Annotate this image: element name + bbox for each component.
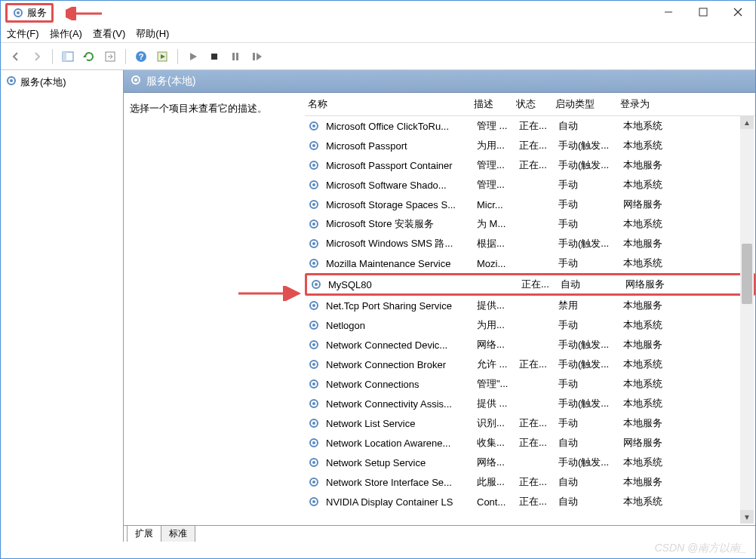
col-header-logon[interactable]: 登录为 — [617, 93, 678, 115]
service-name: MySQL80 — [325, 279, 476, 290]
service-name: Netlogon — [323, 320, 474, 331]
service-name: Microsoft Software Shado... — [323, 180, 474, 191]
service-startup: 手动 — [555, 377, 620, 391]
svg-point-31 — [312, 144, 315, 147]
service-row[interactable]: Microsoft Passport Container管理...正在...手动… — [305, 155, 755, 175]
service-logon: 本地系统 — [620, 139, 681, 152]
tab-extended[interactable]: 扩展 — [127, 525, 161, 542]
service-desc: 管理"... — [474, 377, 516, 391]
service-startup: 手动 — [555, 178, 620, 192]
svg-rect-20 — [253, 53, 255, 60]
service-row[interactable]: Microsoft Storage Spaces S...Micr...手动网络… — [305, 195, 755, 214]
svg-rect-18 — [232, 53, 235, 60]
toolbar-separator — [177, 49, 178, 64]
svg-text:?: ? — [139, 52, 144, 61]
service-row[interactable]: Microsoft Passport为用...正在...手动(触发...本地系统 — [305, 136, 755, 155]
menu-view[interactable]: 查看(V) — [93, 27, 125, 41]
refresh-button[interactable] — [80, 48, 98, 66]
service-status: 正在... — [518, 278, 558, 291]
service-row[interactable]: Network Location Awarene...收集...正在...自动网… — [305, 433, 755, 453]
service-row[interactable]: Network Connectivity Assis...提供 ...手动(触发… — [305, 394, 755, 413]
toolbar-separator — [125, 49, 126, 64]
menu-help[interactable]: 帮助(H) — [136, 27, 169, 41]
svg-point-1 — [17, 11, 20, 14]
col-header-name[interactable]: 名称 — [305, 93, 471, 115]
service-row[interactable]: Network Setup Service网络...手动(触发...本地系统 — [305, 453, 755, 472]
close-button[interactable] — [721, 1, 755, 23]
service-row[interactable]: Microsoft Store 安装服务为 M...手动本地系统 — [305, 214, 755, 234]
service-logon: 本地系统 — [620, 318, 681, 332]
tree-root-label: 服务(本地) — [20, 75, 66, 89]
scroll-down-button[interactable]: ▼ — [740, 510, 754, 524]
properties-button[interactable] — [153, 48, 171, 66]
service-startup: 自动 — [558, 278, 622, 291]
menu-file[interactable]: 文件(F) — [7, 27, 39, 41]
toolbar-separator — [52, 49, 53, 64]
export-button[interactable] — [101, 48, 119, 66]
svg-point-63 — [312, 461, 315, 464]
service-desc: 允许 ... — [474, 358, 516, 371]
service-row[interactable]: Network Store Interface Se...此服...正在...自… — [305, 472, 755, 492]
svg-point-67 — [312, 500, 315, 503]
scroll-thumb[interactable] — [742, 244, 752, 304]
service-icon — [308, 496, 320, 508]
service-row[interactable]: Network Connections管理"...手动本地系统 — [305, 374, 755, 394]
service-startup: 手动 — [555, 217, 620, 231]
svg-rect-5 — [699, 8, 707, 16]
col-header-desc[interactable]: 描述 — [471, 93, 513, 115]
service-row[interactable]: Microsoft Windows SMS 路...根据...手动(触发...本… — [305, 234, 755, 253]
svg-point-35 — [312, 183, 315, 186]
service-name: Microsoft Passport — [323, 140, 474, 152]
service-status: 正在... — [516, 119, 555, 133]
scrollbar[interactable]: ▲ ▼ — [740, 115, 754, 524]
service-name: Microsoft Windows SMS 路... — [323, 237, 474, 250]
col-header-status[interactable]: 状态 — [513, 93, 552, 115]
service-row[interactable]: Microsoft Software Shado...管理...手动本地系统 — [305, 175, 755, 195]
nav-back-button[interactable] — [7, 48, 25, 66]
service-startup: 自动 — [555, 495, 620, 508]
svg-point-47 — [312, 304, 315, 307]
service-row[interactable]: Netlogon为用...手动本地系统 — [305, 315, 755, 335]
service-row[interactable]: Microsoft Office ClickToRu...管理 ...正在...… — [305, 116, 755, 136]
svg-rect-9 — [63, 52, 66, 61]
nav-forward-button[interactable] — [28, 48, 46, 66]
service-desc: 为用... — [474, 318, 516, 332]
pause-service-button[interactable] — [226, 48, 244, 66]
service-name: Network Setup Service — [323, 457, 474, 468]
show-hide-tree-button[interactable] — [59, 48, 77, 66]
list-body: Microsoft Office ClickToRu...管理 ...正在...… — [305, 116, 755, 511]
service-row[interactable]: Net.Tcp Port Sharing Service提供...禁用本地服务 — [305, 296, 755, 315]
restart-service-button[interactable] — [247, 48, 266, 66]
maximize-button[interactable] — [686, 1, 721, 23]
service-row[interactable]: Mozilla Maintenance ServiceMozi...手动本地系统 — [305, 253, 755, 273]
col-header-startup[interactable]: 启动类型 — [552, 93, 617, 115]
tree-panel: 服务(本地) — [1, 70, 124, 542]
service-row[interactable]: MySQL80正在...自动网络服务 — [305, 273, 755, 296]
services-icon — [5, 75, 17, 89]
scroll-up-button[interactable]: ▲ — [740, 115, 754, 129]
menubar: 文件(F) 操作(A) 查看(V) 帮助(H) — [1, 25, 755, 43]
service-name: Network Connected Devic... — [323, 339, 474, 351]
service-icon — [308, 257, 320, 269]
stop-service-button[interactable] — [205, 48, 223, 66]
service-icon — [308, 140, 320, 152]
service-desc: Cont... — [474, 496, 516, 508]
service-icon — [308, 378, 320, 390]
service-logon: 网络服务 — [620, 198, 681, 211]
tree-root-item[interactable]: 服务(本地) — [4, 73, 120, 91]
service-row[interactable]: NVIDIA Display Container LSCont...正在...自… — [305, 492, 755, 511]
service-row[interactable]: Network List Service识别...正在...手动本地服务 — [305, 413, 755, 433]
help-button[interactable]: ? — [132, 48, 150, 66]
service-row[interactable]: Network Connected Devic...网络...手动(触发...本… — [305, 335, 755, 355]
menu-action[interactable]: 操作(A) — [50, 27, 82, 41]
tab-standard[interactable]: 标准 — [161, 525, 195, 542]
start-service-button[interactable] — [184, 48, 202, 66]
service-name: Network Store Interface Se... — [323, 477, 474, 488]
toolbar: ? — [1, 43, 755, 70]
service-desc: 为 M... — [474, 217, 516, 231]
service-status: 正在... — [516, 139, 555, 152]
service-status: 正在... — [516, 416, 555, 430]
service-row[interactable]: Network Connection Broker允许 ...正在...手动(触… — [305, 355, 755, 374]
minimize-button[interactable] — [651, 1, 686, 23]
svg-point-57 — [312, 402, 315, 405]
